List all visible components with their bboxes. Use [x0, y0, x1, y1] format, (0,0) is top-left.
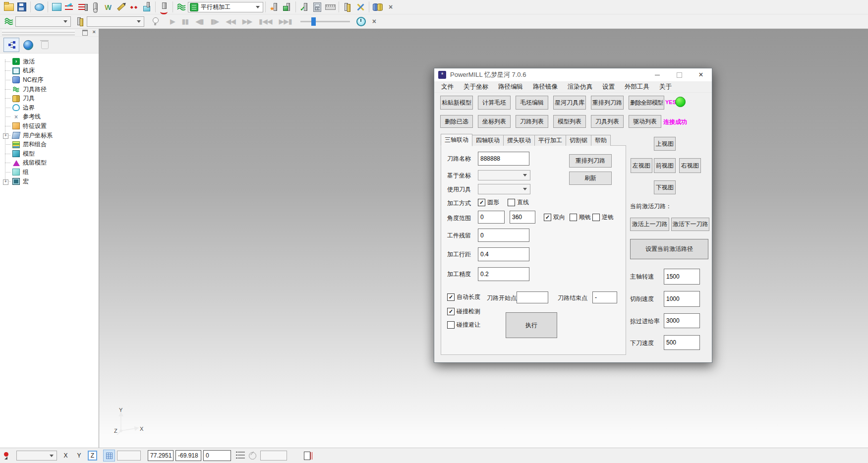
float-panel-icon[interactable] — [82, 30, 88, 36]
start-point-input[interactable] — [517, 291, 548, 303]
panel-grip[interactable]: × — [0, 29, 99, 37]
points-icon[interactable] — [127, 0, 140, 13]
tab-parallel[interactable]: 平行加工 — [534, 135, 566, 146]
execute-button[interactable]: 执行 — [506, 312, 557, 338]
calc-block-button[interactable]: 计算毛坯 — [478, 96, 511, 110]
teapot-icon[interactable] — [33, 0, 46, 13]
pattern-icon[interactable] — [115, 0, 127, 13]
coord-y-box[interactable]: -69.918 — [175, 450, 201, 461]
block-edit-button[interactable]: 毛坯编辑 — [516, 96, 548, 110]
xyz-list-icon[interactable] — [238, 452, 245, 460]
go-end-icon[interactable]: ▶▶▮ — [279, 17, 292, 25]
end-point-input[interactable] — [592, 291, 617, 303]
simulate-toolpath-icon[interactable] — [268, 0, 281, 13]
tree-item-feature-sets[interactable]: 特征设置 — [0, 121, 99, 131]
doc-status-icon[interactable] — [304, 452, 310, 460]
minimize-button[interactable] — [646, 68, 668, 81]
boundary-icon[interactable] — [102, 0, 115, 13]
calculator-icon[interactable] — [311, 0, 324, 13]
toolpath-check-icon[interactable] — [298, 0, 311, 13]
menu-file[interactable]: 文件 — [436, 83, 459, 91]
tree-item-nc-programs[interactable]: NC程序 — [0, 75, 99, 85]
stock-remain-input[interactable] — [478, 229, 529, 242]
tree-item-activate[interactable]: 激活 — [0, 57, 99, 66]
menu-path-edit[interactable]: 路径编辑 — [493, 83, 528, 91]
sim-toolbar-close-icon[interactable]: × — [368, 15, 381, 28]
lightbulb-icon[interactable] — [149, 15, 162, 28]
model-list-button[interactable]: 模型列表 — [553, 115, 586, 128]
play-icon[interactable]: ▶ — [170, 17, 175, 25]
explorer-tree-button[interactable] — [3, 38, 19, 52]
climb-mill-checkbox[interactable]: 顺铣 — [570, 213, 591, 222]
probe-icon[interactable] — [249, 452, 256, 460]
auto-length-checkbox[interactable]: 自动长度 — [447, 293, 480, 301]
tool-pair-icon[interactable] — [341, 0, 354, 13]
right-view-button[interactable]: 右视图 — [679, 158, 701, 173]
save-icon[interactable] — [15, 0, 28, 13]
bottom-view-button[interactable]: 下视图 — [654, 180, 676, 194]
tab-3axis[interactable]: 三轴联动 — [441, 134, 472, 146]
measure-icon[interactable] — [324, 0, 337, 13]
tree-item-patterns[interactable]: 参考线 — [0, 113, 99, 122]
recycle-bin-button[interactable] — [37, 38, 52, 52]
go-start-icon[interactable]: ▮◀◀ — [259, 17, 272, 25]
angle-to-input[interactable] — [510, 211, 535, 224]
toolpath-list-button[interactable]: 刀路列表 — [516, 115, 548, 128]
tree-item-models[interactable]: 模型 — [0, 149, 99, 159]
tree-item-machine[interactable]: 机床 — [0, 66, 99, 76]
mode-circle-checkbox[interactable]: 圆形 — [478, 198, 499, 207]
left-view-button[interactable]: 左视图 — [631, 158, 652, 173]
tab-help[interactable]: 帮助 — [591, 135, 611, 146]
web-globe-button[interactable] — [21, 38, 36, 52]
plunge-feed-input[interactable] — [664, 335, 700, 350]
delete-all-models-button[interactable]: 删除全部模型 — [629, 96, 664, 110]
toolpath-icon[interactable] — [175, 0, 188, 13]
paste-new-model-button[interactable]: 粘贴新模型 — [440, 96, 473, 110]
toolpath-verify-icon[interactable] — [281, 0, 293, 13]
activate-prev-toolpath-button[interactable]: 激活上一刀路 — [630, 218, 669, 231]
base-coord-combobox[interactable] — [478, 170, 530, 180]
leads-links-icon[interactable] — [76, 0, 89, 13]
axis-y-button[interactable]: Y — [74, 451, 84, 461]
sim-toolpath-combobox[interactable] — [15, 16, 71, 27]
fast-forward-icon[interactable]: ▶▶ — [242, 17, 252, 25]
spindle-speed-input[interactable] — [664, 269, 700, 285]
block-icon[interactable] — [50, 0, 63, 13]
sim-tool-combobox[interactable] — [87, 16, 144, 27]
menu-render-sim[interactable]: 渲染仿真 — [563, 83, 597, 91]
coord-z-box[interactable]: 0 — [203, 450, 231, 461]
dialog-titlebar[interactable]: PowerMILL 忆梦星河 7.0.6 × — [434, 68, 712, 81]
use-tool-combobox[interactable] — [478, 184, 530, 194]
collision-icon[interactable] — [158, 0, 171, 13]
mode-line-checkbox[interactable]: 直线 — [508, 198, 529, 207]
rewind-icon[interactable]: ◀◀ — [226, 17, 235, 25]
expand-icon[interactable] — [3, 179, 8, 185]
swap-axes-icon[interactable] — [354, 0, 367, 13]
statusbar-combobox[interactable] — [16, 451, 57, 461]
tree-item-levels[interactable]: 层和组合 — [0, 140, 99, 149]
conventional-mill-checkbox[interactable]: 逆铣 — [592, 213, 614, 222]
stepover-input[interactable] — [478, 247, 529, 261]
grid-snap-button[interactable] — [103, 450, 115, 462]
step-back-icon[interactable]: ◀▮ — [195, 17, 203, 25]
activate-next-toolpath-button[interactable]: 激活下一刀路 — [671, 218, 709, 231]
close-button[interactable]: × — [690, 68, 712, 81]
set-current-path-button[interactable]: 设置当前激活路径 — [630, 239, 708, 259]
axis-z-button[interactable]: Z — [88, 451, 97, 461]
tree-item-groups[interactable]: 组 — [0, 168, 99, 177]
collision-avoid-checkbox[interactable]: 碰撞避让 — [447, 321, 480, 329]
menu-settings[interactable]: 设置 — [597, 83, 620, 91]
coord-list-button[interactable]: 坐标列表 — [478, 115, 511, 128]
tab-swivel[interactable]: 摆头联动 — [503, 135, 535, 146]
tree-item-toolpaths[interactable]: 刀具路径 — [0, 85, 99, 94]
top-view-button[interactable]: 上视图 — [654, 137, 676, 151]
axis-x-button[interactable]: X — [61, 451, 70, 461]
toolpath-name-input[interactable] — [478, 152, 529, 166]
tool-database-icon[interactable] — [371, 0, 384, 13]
cutting-speed-input[interactable] — [664, 291, 700, 307]
coord-x-box[interactable]: 77.2951 — [148, 450, 174, 461]
collision-check-checkbox[interactable]: 碰撞检测 — [447, 307, 480, 316]
tool-icon[interactable] — [89, 0, 102, 13]
tree-item-workplanes[interactable]: 用户坐标系 — [0, 131, 99, 140]
delete-selected-button[interactable]: 删除已选 — [440, 115, 473, 128]
